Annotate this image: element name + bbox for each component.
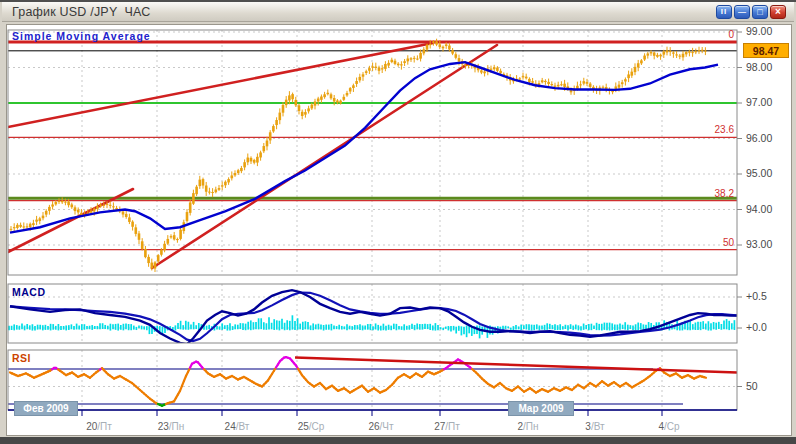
window-title: График USD /JPY ЧАС <box>12 2 151 22</box>
chart-canvas[interactable] <box>0 2 796 444</box>
maximize-icon[interactable]: □ <box>752 5 768 19</box>
pause-icon[interactable]: II <box>716 5 732 19</box>
close-icon[interactable]: × <box>770 5 786 19</box>
minimize-icon[interactable]: — <box>734 5 750 19</box>
window-titlebar[interactable]: График USD /JPY ЧАС II — □ × <box>2 2 794 22</box>
window-controls: II — □ × <box>716 5 786 19</box>
chart-window: График USD /JPY ЧАС II — □ × Simple Movi… <box>0 0 796 444</box>
